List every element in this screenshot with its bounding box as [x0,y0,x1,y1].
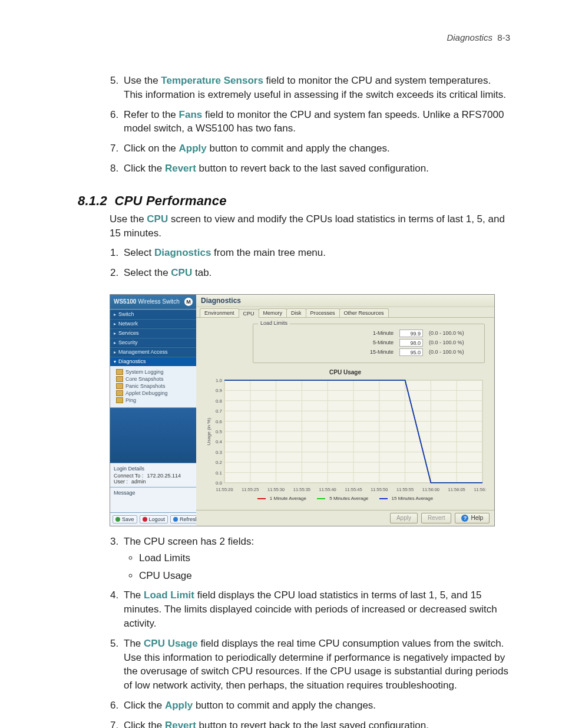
message-panel: Message [110,487,196,512]
save-icon [115,517,120,522]
list-item: Select Diagnostics from the main tree me… [121,246,510,260]
svg-text:0.7: 0.7 [216,409,223,414]
load-limit-row: 1-Minute99.9(0.0 - 100.0 %) [258,330,480,337]
logout-icon [143,517,147,522]
list-item: Use the Temperature Sensors field to mon… [121,74,510,102]
help-button[interactable]: ?Help [455,513,490,523]
list-item: CPU Usage [139,569,510,583]
cpu-usage-chart: 0.00.10.20.30.40.50.60.70.80.91.011:55:2… [204,377,486,495]
legend-swatch-15min [379,498,388,499]
tree-item[interactable]: Panic Snapshots [116,383,195,390]
list-item: The Load Limit field displays the CPU lo… [121,588,510,630]
svg-text:11:56:10: 11:56:10 [474,487,486,492]
list-item: The CPU Usage field displays the real ti… [121,637,510,693]
svg-text:0.6: 0.6 [216,419,223,424]
sidebar-item[interactable]: Switch [110,309,196,319]
svg-text:11:55:45: 11:55:45 [345,487,362,492]
tree-item[interactable]: Ping [116,397,195,404]
chevron-right-icon [114,330,116,336]
load-limit-input[interactable]: 98.0 [399,339,423,347]
svg-text:0.2: 0.2 [216,460,223,465]
list-item: The CPU screen has 2 fields:Load LimitsC… [121,535,510,582]
sidebar-item[interactable]: Network [110,319,196,328]
page: Diagnostics 8-3 Use the Temperature Sens… [0,0,562,728]
load-limit-row: 5-Minute98.0(0.0 - 100.0 %) [258,339,480,347]
apply-button[interactable]: Apply [390,513,418,523]
intro-list: Use the Temperature Sensors field to mon… [52,74,510,176]
tab-processes[interactable]: Processes [306,308,340,317]
chart-legend: 1 Minute Average 5 Minutes Average 15 Mi… [202,496,488,501]
svg-text:11:55:25: 11:55:25 [242,487,259,492]
section-heading: 8.1.2 CPU Performance [78,193,510,209]
refresh-icon [173,517,178,522]
folder-icon [116,376,123,382]
chevron-right-icon [114,349,116,355]
svg-text:1.0: 1.0 [216,378,223,383]
sidebar-item[interactable]: Services [110,328,196,338]
legend-swatch-1min [257,498,266,499]
svg-text:0.4: 0.4 [216,439,223,444]
nav-button-bar: Save Logout Refresh [110,512,196,526]
svg-text:11:55:35: 11:55:35 [293,487,310,492]
section-title: CPU Performance [115,193,227,208]
after-list: The CPU screen has 2 fields:Load LimitsC… [52,535,510,728]
legend-swatch-5min [317,498,325,499]
sidebar-item[interactable]: Security [110,338,196,347]
sidebar-item[interactable]: Management Access [110,347,196,357]
tab-content: Load Limits 1-Minute99.9(0.0 - 100.0 %)5… [196,318,494,510]
nav-tree: System LoggingCore SnapshotsPanic Snapsh… [110,366,196,408]
list-item: Click the Revert button to revert back t… [121,719,510,728]
load-limit-row: 15-Minute95.0(0.0 - 100.0 %) [258,348,480,356]
header-page: 8-3 [497,32,510,42]
load-limit-input[interactable]: 99.9 [399,330,423,337]
help-icon: ? [461,515,468,522]
list-item: Click the Revert button to revert back t… [121,162,510,176]
svg-text:11:55:20: 11:55:20 [216,487,233,492]
svg-text:0.0: 0.0 [216,480,223,486]
main-panel: Diagnostics EnvironmentCPUMemoryDiskProc… [196,295,494,526]
login-details-panel: Login Details Connect To :172.20.25.114 … [110,463,196,487]
svg-text:0.3: 0.3 [216,450,223,455]
tab-other-resources[interactable]: Other Resources [339,308,389,317]
folder-icon [116,369,123,375]
app-screenshot: WS5100 Wireless Switch M SwitchNetworkSe… [110,294,495,526]
chart-title: CPU Usage [202,369,488,375]
chevron-right-icon [114,311,116,317]
running-header: Diagnostics 8-3 [447,32,510,42]
svg-text:11:55:40: 11:55:40 [319,487,336,492]
svg-text:Usage (in %): Usage (in %) [206,418,211,446]
folder-icon [116,397,123,403]
list-item: Click on the Apply button to commit and … [121,141,510,156]
section-lead: Use the CPU screen to view and modify th… [110,212,510,241]
chevron-right-icon [114,321,116,327]
list-item: Load Limits [139,551,510,565]
load-limit-input[interactable]: 95.0 [399,348,423,356]
list-item: Refer to the Fans field to monitor the C… [121,108,510,136]
brand-logo-icon: M [184,298,193,306]
steps-list: Select Diagnostics from the main tree me… [52,246,510,280]
tab-environment[interactable]: Environment [200,308,239,317]
brand-bar: WS5100 Wireless Switch M [110,295,196,309]
svg-text:11:55:30: 11:55:30 [267,487,285,492]
header-section: Diagnostics [447,32,492,42]
load-limits-group: Load Limits 1-Minute99.9(0.0 - 100.0 %)5… [253,324,485,363]
panel-title: Diagnostics [196,295,494,307]
tab-memory[interactable]: Memory [259,308,287,317]
svg-text:11:56:05: 11:56:05 [448,487,465,492]
tree-item[interactable]: System Logging [116,368,195,375]
svg-text:0.5: 0.5 [216,429,223,434]
tab-disk[interactable]: Disk [286,308,306,317]
tree-item[interactable]: Core Snapshots [116,375,195,383]
revert-button[interactable]: Revert [421,513,451,523]
chevron-down-icon [114,358,116,364]
tree-item[interactable]: Applet Debugging [116,390,195,397]
chevron-right-icon [114,340,116,345]
nav-sidebar: WS5100 Wireless Switch M SwitchNetworkSe… [110,295,196,526]
list-item: Select the CPU tab. [121,266,510,280]
logout-button[interactable]: Logout [140,515,168,523]
tab-cpu[interactable]: CPU [239,309,259,318]
folder-icon [116,390,123,396]
sidebar-item-diagnostics[interactable]: Diagnostics [110,357,196,366]
save-button[interactable]: Save [113,515,137,523]
svg-text:11:55:55: 11:55:55 [396,487,414,492]
